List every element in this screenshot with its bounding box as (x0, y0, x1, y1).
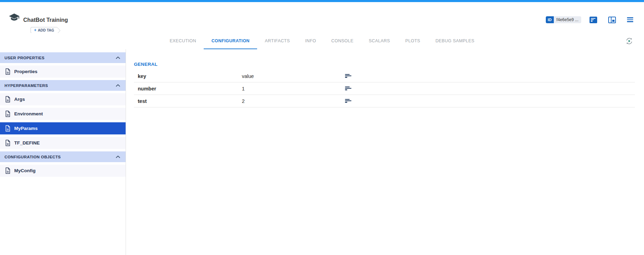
document-icon (5, 125, 10, 132)
table-row: test 2 (134, 95, 635, 107)
tab-info[interactable]: INFO (297, 33, 323, 49)
chevron-up-icon (116, 84, 120, 87)
header: ChatBot Training + ADD TAG ID f4e6e5e9 .… (0, 2, 644, 33)
param-lines-icon[interactable] (345, 86, 351, 91)
param-lines-icon[interactable] (345, 74, 351, 78)
tab-execution[interactable]: EXECUTION (162, 33, 204, 49)
tab-bar: EXECUTION CONFIGURATION ARTIFACTS INFO C… (0, 33, 644, 49)
sidebar-item-args[interactable]: Args (0, 93, 126, 105)
sidebar: USER PROPERTIES Properties HYPERPARAMETE… (0, 49, 126, 255)
auto-refresh-icon[interactable] (625, 37, 633, 46)
header-actions: ID f4e6e5e9 ... (546, 16, 633, 23)
add-tag-button[interactable]: + ADD TAG (31, 27, 57, 33)
general-section-title: GENERAL (134, 62, 635, 67)
sidebar-section-user-properties[interactable]: USER PROPERTIES (0, 52, 126, 63)
sidebar-item-properties[interactable]: Properties (0, 65, 126, 78)
tab-artifacts[interactable]: ARTIFACTS (257, 33, 297, 49)
id-value: f4e6e5e9 ... (554, 16, 581, 23)
chevron-up-icon (116, 56, 120, 59)
document-icon (5, 167, 10, 174)
add-tag-label: ADD TAG (38, 28, 54, 32)
param-value: 1 (242, 86, 345, 91)
app-window: COMPLETED ChatBot Training + ADD TAG ID … (0, 0, 644, 255)
table-row: number 1 (134, 82, 635, 95)
document-icon (5, 96, 10, 103)
experiment-icon (9, 13, 20, 25)
menu-icon[interactable] (627, 17, 633, 22)
document-icon (5, 111, 10, 117)
tab-configuration[interactable]: CONFIGURATION (204, 33, 257, 49)
param-key: key (138, 73, 242, 79)
tab-plots[interactable]: PLOTS (398, 33, 428, 49)
plus-icon: + (34, 28, 36, 33)
sidebar-item-environment[interactable]: Environment (0, 108, 126, 120)
document-icon (5, 140, 10, 146)
table-row: key value (134, 70, 635, 82)
param-lines-icon[interactable] (345, 99, 351, 103)
param-key: number (138, 86, 242, 91)
section-title: CONFIGURATION OBJECTS (5, 155, 61, 159)
param-value: value (242, 73, 345, 79)
section-title: USER PROPERTIES (5, 56, 44, 60)
sidebar-item-myconfig[interactable]: MyConfig (0, 165, 126, 177)
tab-console[interactable]: CONSOLE (324, 33, 361, 49)
sidebar-section-configuration-objects[interactable]: CONFIGURATION OBJECTS (0, 151, 126, 162)
configuration-panel: GENERAL key value number 1 test 2 (126, 49, 644, 255)
experiment-id-chip[interactable]: ID f4e6e5e9 ... (546, 16, 581, 23)
tab-debug-samples[interactable]: DEBUG SAMPLES (428, 33, 482, 49)
sidebar-section-hyperparameters[interactable]: HYPERPARAMETERS (0, 80, 126, 91)
parameter-table: key value number 1 test 2 (134, 70, 635, 107)
section-title: HYPERPARAMETERS (5, 83, 48, 88)
param-key: test (138, 98, 242, 104)
annotation-icon[interactable] (590, 17, 597, 23)
tab-scalars[interactable]: SCALARS (361, 33, 398, 49)
param-value: 2 (242, 98, 345, 104)
sidebar-item-myparams[interactable]: MyParams (0, 122, 126, 134)
page-title: ChatBot Training (23, 17, 68, 23)
id-badge: ID (546, 16, 554, 23)
document-icon (5, 68, 10, 75)
sidebar-item-tf-define[interactable]: TF_DEFINE (0, 137, 126, 149)
chevron-up-icon (116, 156, 120, 158)
split-view-icon[interactable] (608, 17, 616, 23)
